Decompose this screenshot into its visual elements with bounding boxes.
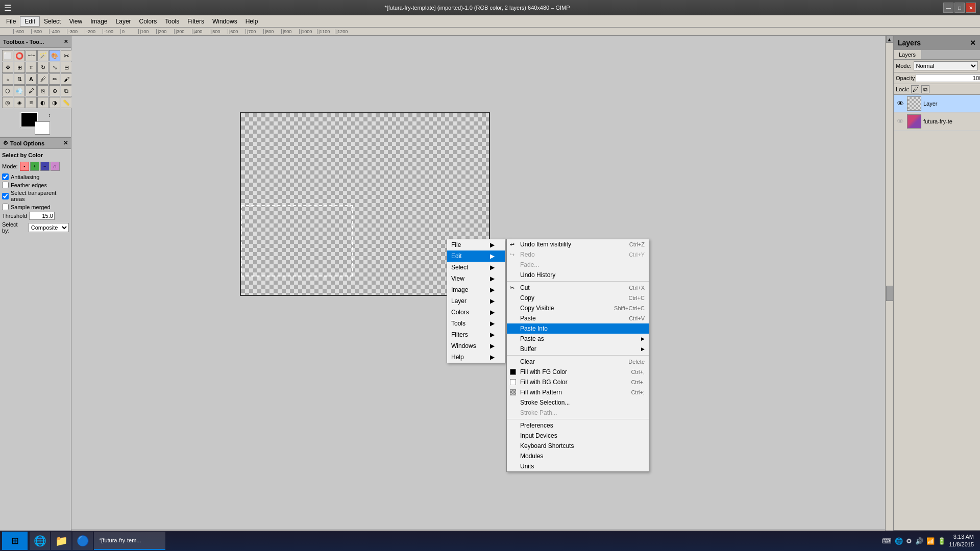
edit-input-devices[interactable]: Input Devices [507, 431, 649, 441]
edit-fill-pattern[interactable]: Fill with Pattern Ctrl+; [507, 387, 649, 397]
layers-close-button[interactable]: ✕ [970, 39, 976, 47]
tool-paintbrush[interactable]: 🖌 [61, 73, 72, 85]
edit-buffer[interactable]: Buffer ▶ [507, 344, 649, 354]
edit-stroke-path[interactable]: Stroke Path... [507, 408, 649, 418]
ctx-image[interactable]: Image▶ [447, 284, 505, 295]
maximize-button[interactable]: □ [954, 3, 965, 13]
edit-copy-visible[interactable]: Copy Visible Shift+Ctrl+C [507, 303, 649, 313]
tool-move[interactable]: ✥ [2, 62, 13, 73]
tool-rect-select[interactable]: ⬜ [2, 50, 13, 61]
ctx-filters[interactable]: Filters▶ [447, 329, 505, 340]
menu-file[interactable]: File [2, 17, 20, 26]
taskbar-chrome[interactable]: 🔵 [72, 532, 93, 550]
tool-perspective[interactable]: ⬦ [2, 73, 13, 85]
taskbar-ie[interactable]: 🌐 [30, 532, 50, 550]
tool-options-close[interactable]: ✕ [63, 140, 68, 146]
select-transparent-checkbox[interactable] [2, 193, 9, 199]
tool-perspective-clone[interactable]: ⧉ [61, 85, 72, 96]
edit-modules[interactable]: Modules [507, 451, 649, 461]
menu-windows[interactable]: Windows [208, 17, 241, 26]
menu-select[interactable]: Select [40, 17, 65, 26]
edit-paste-as[interactable]: Paste as ▶ [507, 334, 649, 344]
tool-sharpen[interactable]: ◈ [14, 97, 25, 108]
edit-units[interactable]: Units [507, 461, 649, 471]
tool-blur[interactable]: ◎ [2, 97, 13, 108]
edit-copy[interactable]: Copy Ctrl+C [507, 293, 649, 303]
layer-visibility-eye-1[interactable]: 👁 [896, 99, 905, 108]
tab-layers[interactable]: Layers [894, 50, 921, 59]
menu-icon[interactable]: ☰ [4, 3, 11, 13]
tool-crop[interactable]: ⌗ [26, 62, 37, 73]
menu-layer[interactable]: Layer [112, 17, 135, 26]
minimize-button[interactable]: — [943, 3, 953, 13]
tool-dodge[interactable]: ◐ [37, 97, 48, 108]
mode-intersect[interactable]: ∩ [51, 162, 60, 171]
edit-stroke-selection[interactable]: Stroke Selection... [507, 397, 649, 408]
toolbox-close-button[interactable]: ✕ [64, 39, 68, 44]
layer-item-layer[interactable]: 👁 Layer [894, 95, 980, 113]
mode-replace[interactable]: ▪ [20, 162, 29, 171]
ctx-select[interactable]: Select▶ [447, 262, 505, 273]
mode-add[interactable]: + [30, 162, 39, 171]
taskbar-gimp-window[interactable]: *[futura-fry-tem... [94, 532, 165, 550]
tool-select-by-color[interactable]: 🎨 [49, 50, 60, 61]
menu-help[interactable]: Help [241, 17, 262, 26]
edit-paste-into[interactable]: Paste Into [507, 323, 649, 334]
menu-view[interactable]: View [65, 17, 86, 26]
tool-flip[interactable]: ⇅ [14, 73, 25, 85]
start-button[interactable]: ⊞ [2, 532, 28, 550]
edit-paste[interactable]: Paste Ctrl+V [507, 313, 649, 323]
tool-burn[interactable]: ◑ [49, 97, 60, 108]
tool-clone[interactable]: ⎘ [37, 85, 48, 96]
layer-item-futura[interactable]: 👁 futura-fry-te [894, 113, 980, 131]
tool-scale[interactable]: ⤡ [49, 62, 60, 73]
edit-clear[interactable]: Clear Delete [507, 357, 649, 367]
layer-visibility-eye-2[interactable]: 👁 [896, 117, 905, 126]
layers-mode-dropdown[interactable]: Normal [914, 61, 978, 70]
canvas-vscrollbar[interactable]: ▲ ▼ [885, 36, 893, 551]
ctx-layer[interactable]: Layer▶ [447, 295, 505, 307]
taskbar-explorer[interactable]: 📁 [51, 532, 71, 550]
ctx-tools[interactable]: Tools▶ [447, 318, 505, 329]
threshold-input[interactable] [29, 212, 55, 220]
ctx-colors[interactable]: Colors▶ [447, 307, 505, 318]
swap-colors-icon[interactable]: ↕ [48, 112, 51, 118]
menu-colors[interactable]: Colors [135, 17, 161, 26]
tool-paths[interactable]: 🖊 [37, 73, 48, 85]
vscroll-thumb[interactable] [886, 286, 893, 301]
edit-cut[interactable]: ✂ Cut Ctrl+X [507, 283, 649, 293]
ctx-help[interactable]: Help▶ [447, 352, 505, 363]
ctx-edit[interactable]: Edit▶ [447, 251, 505, 262]
tool-rotate[interactable]: ↻ [37, 62, 48, 73]
edit-keyboard-shortcuts[interactable]: Keyboard Shortcuts [507, 441, 649, 451]
tool-smudge[interactable]: ≋ [26, 97, 37, 108]
edit-undo-item-visibility[interactable]: ↩ Undo Item visibility Ctrl+Z [507, 239, 649, 249]
tool-ellipse-select[interactable]: ⭕ [14, 50, 25, 61]
tool-scissors[interactable]: ✂ [61, 50, 72, 61]
edit-undo-history[interactable]: Undo History [507, 270, 649, 280]
menu-edit[interactable]: Edit [20, 16, 40, 27]
tool-airbrush[interactable]: 💨 [14, 85, 25, 96]
tool-shear[interactable]: ⊟ [61, 62, 72, 73]
edit-fade[interactable]: Fade... [507, 260, 649, 270]
ctx-view[interactable]: View▶ [447, 273, 505, 284]
feather-edges-checkbox[interactable] [2, 182, 9, 188]
tool-eraser[interactable]: ⬡ [2, 85, 13, 96]
tool-ink[interactable]: 🖋 [26, 85, 37, 96]
tool-align[interactable]: ⊞ [14, 62, 25, 73]
close-button[interactable]: ✕ [966, 3, 976, 13]
mode-subtract[interactable]: − [40, 162, 50, 171]
menu-tools[interactable]: Tools [161, 17, 183, 26]
lock-pixels-icon[interactable]: 🖊 [911, 85, 919, 93]
edit-redo[interactable]: ↪ Redo Ctrl+Y [507, 249, 649, 260]
menu-filters[interactable]: Filters [183, 17, 208, 26]
antialiasing-checkbox[interactable] [2, 173, 9, 180]
canvas-area[interactable]: ▲ ▼ 🖼 📁 ⚙ 🔊 10 % Paste the content of th… [71, 36, 893, 551]
edit-fill-bg[interactable]: Fill with BG Color Ctrl+. [507, 377, 649, 387]
tool-heal[interactable]: ⊕ [49, 85, 60, 96]
tool-fuzzy-select[interactable]: 🪄 [37, 50, 48, 61]
lock-alpha-icon[interactable]: ⧉ [921, 85, 929, 93]
ctx-file[interactable]: File▶ [447, 239, 505, 251]
sample-merged-checkbox[interactable] [2, 204, 9, 210]
tool-pencil[interactable]: ✏ [49, 73, 60, 85]
